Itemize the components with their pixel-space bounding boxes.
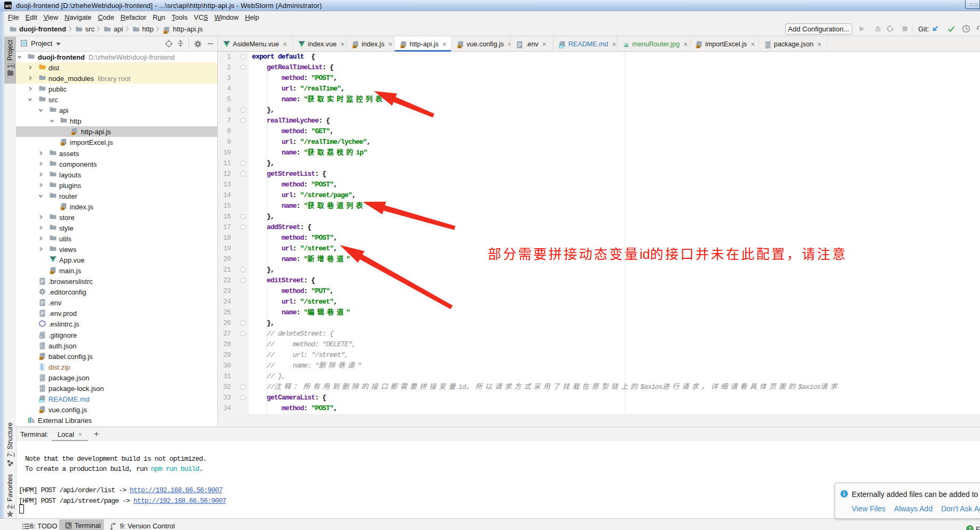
svg-text:JS: JS xyxy=(40,410,44,413)
svg-text:JS: JS xyxy=(61,207,65,210)
svg-text:WS: WS xyxy=(5,4,12,9)
svg-text:MD: MD xyxy=(39,399,44,403)
svg-text:JS: JS xyxy=(61,143,65,146)
svg-text:JS: JS xyxy=(51,271,54,274)
svg-text:JS: JS xyxy=(401,45,405,48)
svg-text:{}: {} xyxy=(765,44,769,48)
svg-text:JS: JS xyxy=(40,357,44,360)
svg-text:JS: JS xyxy=(353,45,357,48)
svg-text:JS: JS xyxy=(72,132,76,135)
svg-text:JS: JS xyxy=(164,31,168,34)
svg-text:{}: {} xyxy=(40,388,43,392)
svg-text:JS: JS xyxy=(697,45,700,48)
svg-text:{}: {} xyxy=(40,346,43,349)
svg-text:MD: MD xyxy=(559,45,564,48)
svg-text:{}: {} xyxy=(40,378,43,381)
svg-text:JS: JS xyxy=(458,45,462,48)
